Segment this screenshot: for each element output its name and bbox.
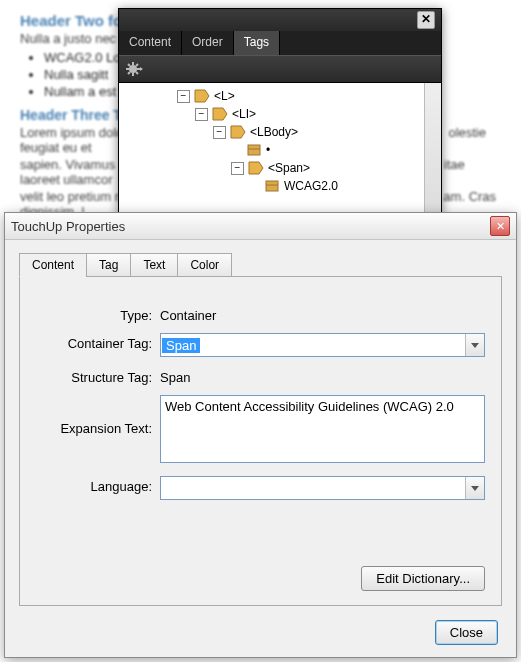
close-icon[interactable]: ✕ <box>490 216 510 236</box>
panel-tabs: Content Order Tags <box>119 31 441 55</box>
tree-label: <LBody> <box>250 125 298 139</box>
box-icon <box>264 179 280 193</box>
svg-line-6 <box>136 72 138 74</box>
collapse-icon[interactable]: − <box>213 126 226 139</box>
tree-node[interactable]: −<L> <box>121 87 439 105</box>
tree-label: <Span> <box>268 161 310 175</box>
touchup-properties-dialog: TouchUp Properties ✕ Content Tag Text Co… <box>4 212 517 658</box>
close-button[interactable]: Close <box>435 620 498 645</box>
expansion-text-field[interactable] <box>160 395 485 463</box>
tab-order[interactable]: Order <box>182 31 234 55</box>
tree-node[interactable]: WCAG2.0 <box>121 177 439 195</box>
tag-icon <box>212 107 228 121</box>
tree-label: WCAG2.0 <box>284 179 338 193</box>
tag-icon <box>248 161 264 175</box>
type-value: Container <box>160 305 485 323</box>
tab-text[interactable]: Text <box>130 253 178 277</box>
structure-tag-label: Structure Tag: <box>36 367 160 385</box>
svg-point-0 <box>129 65 137 73</box>
expansion-text-label: Expansion Text: <box>36 395 160 436</box>
chevron-down-icon[interactable] <box>465 334 484 356</box>
type-label: Type: <box>36 305 160 323</box>
dialog-tabs: Content Tag Text Color <box>19 253 502 277</box>
dialog-titlebar[interactable]: TouchUp Properties ✕ <box>5 213 516 240</box>
svg-line-7 <box>128 72 130 74</box>
tree-label: <LI> <box>232 107 256 121</box>
tag-icon <box>230 125 246 139</box>
tags-tree[interactable]: −<L> −<LI> −<LBody> • −<Span> WCAG2.0 <box>119 83 441 217</box>
tab-color[interactable]: Color <box>177 253 232 277</box>
gear-icon[interactable] <box>125 60 143 78</box>
tab-content[interactable]: Content <box>119 31 182 55</box>
svg-marker-12 <box>231 126 245 138</box>
box-icon <box>246 143 262 157</box>
collapse-icon[interactable]: − <box>231 162 244 175</box>
svg-line-8 <box>136 64 138 66</box>
scrollbar[interactable] <box>424 83 441 215</box>
tree-node[interactable]: −<LI> <box>121 105 439 123</box>
tab-content[interactable]: Content <box>19 253 87 277</box>
svg-rect-13 <box>248 145 260 155</box>
tree-label: • <box>266 143 270 157</box>
tab-tags[interactable]: Tags <box>234 31 280 55</box>
chevron-down-icon[interactable] <box>465 477 484 499</box>
language-combo[interactable] <box>160 476 485 500</box>
svg-marker-10 <box>195 90 209 102</box>
tab-tag[interactable]: Tag <box>86 253 131 277</box>
close-icon[interactable]: ✕ <box>417 11 435 29</box>
edit-dictionary-button[interactable]: Edit Dictionary... <box>361 566 485 591</box>
container-tag-combo[interactable]: Span <box>160 333 485 357</box>
tree-label: <L> <box>214 89 235 103</box>
tree-node[interactable]: −<Span> <box>121 159 439 177</box>
container-tag-label: Container Tag: <box>36 333 160 351</box>
language-label: Language: <box>36 476 160 494</box>
collapse-icon[interactable]: − <box>177 90 190 103</box>
svg-rect-16 <box>266 181 278 191</box>
svg-marker-9 <box>140 67 143 71</box>
collapse-icon[interactable]: − <box>195 108 208 121</box>
tree-node[interactable]: −<LBody> <box>121 123 439 141</box>
svg-marker-11 <box>213 108 227 120</box>
structure-tag-value: Span <box>160 367 485 385</box>
svg-marker-15 <box>249 162 263 174</box>
panel-titlebar[interactable]: ✕ <box>119 9 441 31</box>
tag-icon <box>194 89 210 103</box>
tags-panel: ✕ Content Order Tags −<L> −<LI> −<LBody>… <box>118 8 442 216</box>
container-tag-value: Span <box>162 338 200 353</box>
svg-line-5 <box>128 64 130 66</box>
panel-toolbar <box>119 55 441 83</box>
dialog-title: TouchUp Properties <box>11 219 125 234</box>
tree-node[interactable]: • <box>121 141 439 159</box>
tab-pane-content: Type: Container Container Tag: Span Stru… <box>19 276 502 606</box>
